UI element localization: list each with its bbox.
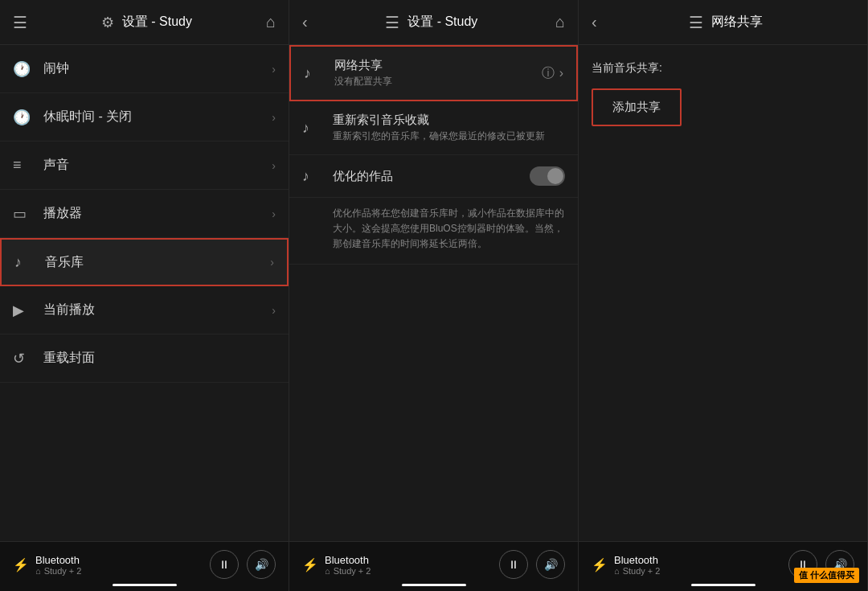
library-arrow: › [270,256,274,269]
panel3-device-name: Bluetooth [614,554,660,566]
current-arrow: › [272,304,276,317]
panel2-controls: ⏸ 🔊 [499,550,565,579]
panel1-device-sub: ⌂ Study + 2 [35,566,81,576]
optimize-toggle[interactable] [530,166,565,186]
menu-item-alarm[interactable]: 🕐 闹钟 › [0,45,289,93]
sleep-icon: 🕐 [13,109,35,126]
panel2-header-center: ☰ 设置 - Study [308,13,555,32]
sleep-label: 休眠时间 - 关闭 [43,109,272,125]
panel1-bottom-bar: ⚡ Bluetooth ⌂ Study + 2 ⏸ 🔊 [0,541,289,591]
panel3-device-info: ⚡ Bluetooth ⌂ Study + 2 [592,554,660,576]
alarm-arrow: › [272,63,276,76]
bluetooth-icon-p3: ⚡ [592,557,608,573]
menu-item-player[interactable]: ▭ 播放器 › [0,190,289,238]
network-share-right: ⓘ › [542,65,563,82]
optimize-title: 优化的作品 [333,169,530,184]
network-share-item[interactable]: ♪ 网络共享 没有配置共享 ⓘ › [289,45,578,101]
play-pause-button-p2[interactable]: ⏸ [499,550,528,579]
house-icon-p3: ⌂ [614,566,620,576]
reindex-content: 重新索引音乐收藏 重新索引您的音乐库，确保您最近的修改已被更新 [333,113,565,143]
panel2-sub-text: Study + 2 [334,566,371,576]
sleep-arrow: › [272,111,276,124]
share-label: 当前音乐共享: [592,61,854,76]
alarm-label: 闹钟 [43,60,272,77]
panel3-device-sub: ⌂ Study + 2 [614,566,660,576]
network-share-subtitle: 没有配置共享 [334,75,542,88]
alarm-icon: 🕐 [13,60,35,78]
volume-button-p2[interactable]: 🔊 [536,550,565,579]
player-label: 播放器 [43,205,272,222]
panel1-device-row: ⚡ Bluetooth ⌂ Study + 2 ⏸ 🔊 [13,550,276,579]
panel1-device-info: ⚡ Bluetooth ⌂ Study + 2 [13,554,81,576]
sound-label: 声音 [43,157,272,174]
menu-item-reload[interactable]: ↺ 重载封面 [0,334,289,383]
panel3-home-indicator [691,584,755,586]
panel1-controls: ⏸ 🔊 [210,550,276,579]
home-icon-p2[interactable]: ⌂ [555,13,565,31]
menu-item-current[interactable]: ▶ 当前播放 › [0,286,289,334]
reindex-title: 重新索引音乐收藏 [333,113,565,128]
menu-icon-p2[interactable]: ☰ [385,13,399,32]
panel2-title: 设置 - Study [407,14,477,31]
panel3-header-center: ☰ 网络共享 [597,13,854,32]
toggle-knob [547,168,563,184]
sound-arrow: › [272,159,276,172]
share-content: 当前音乐共享: 添加共享 [579,45,867,541]
house-icon: ⌂ [35,566,41,576]
optimize-icon: ♪ [302,168,325,185]
back-icon-p2[interactable]: ‹ [302,13,308,31]
panel1-device-name: Bluetooth [35,554,81,566]
panel2-header: ‹ ☰ 设置 - Study ⌂ [289,0,578,45]
menu-item-sleep[interactable]: 🕐 休眠时间 - 关闭 › [0,93,289,142]
panel2-home-indicator [402,584,466,586]
network-share-title: 网络共享 [334,58,542,73]
player-icon: ▭ [13,205,35,223]
optimize-description: 优化作品将在您创建音乐库时，减小作品在数据库中的大小。这会提高您使用BluOS控… [289,198,578,265]
panel-network-share: ‹ ☰ 网络共享 当前音乐共享: 添加共享 ⚡ Bluetooth ⌂ Stud… [579,0,868,591]
menu-item-library[interactable]: ♪ 音乐库 › [0,238,289,286]
play-pause-button[interactable]: ⏸ [210,550,239,579]
library-settings-list: ♪ 网络共享 没有配置共享 ⓘ › ♪ 重新索引音乐收藏 重新索引您的音乐库，确… [289,45,578,541]
network-share-content: 网络共享 没有配置共享 [334,58,542,88]
back-icon-p3[interactable]: ‹ [592,13,597,31]
panel3-bottom-bar: ⚡ Bluetooth ⌂ Study + 2 ⏸ 🔊 [579,541,867,591]
library-icon: ♪ [14,254,37,271]
panel1-header: ☰ ⚙ 设置 - Study ⌂ [0,0,289,45]
library-label: 音乐库 [45,254,270,271]
watermark: 值 什么值得买 [794,568,859,583]
panel-library-settings: ‹ ☰ 设置 - Study ⌂ ♪ 网络共享 没有配置共享 ⓘ › ♪ 重新索… [289,0,579,591]
menu-icon-p3[interactable]: ☰ [689,13,703,32]
current-icon: ▶ [13,302,35,319]
panel1-device-detail: Bluetooth ⌂ Study + 2 [35,554,81,576]
panel2-device-name: Bluetooth [325,554,371,566]
network-share-arrow: › [559,66,563,80]
panel3-header: ‹ ☰ 网络共享 [579,0,867,45]
player-arrow: › [272,207,276,220]
panel-settings-menu: ☰ ⚙ 设置 - Study ⌂ 🕐 闹钟 › 🕐 休眠时间 - 关闭 › ≡ … [0,0,289,591]
panel1-title: 设置 - Study [122,14,192,31]
home-icon[interactable]: ⌂ [266,13,276,31]
bluetooth-icon-p2: ⚡ [302,557,318,573]
reindex-icon: ♪ [302,120,325,137]
gear-icon: ⚙ [101,14,114,31]
reindex-subtitle: 重新索引您的音乐库，确保您最近的修改已被更新 [333,129,565,143]
panel3-title: 网络共享 [711,14,763,31]
menu-item-sound[interactable]: ≡ 声音 › [0,142,289,190]
add-share-button[interactable]: 添加共享 [592,88,682,126]
panel3-sub-text: Study + 2 [623,566,661,576]
volume-button[interactable]: 🔊 [247,550,276,579]
optimize-content: 优化的作品 [333,169,530,184]
reindex-item[interactable]: ♪ 重新索引音乐收藏 重新索引您的音乐库，确保您最近的修改已被更新 [289,101,578,155]
panel2-device-detail: Bluetooth ⌂ Study + 2 [325,554,371,576]
reload-label: 重载封面 [43,350,276,367]
settings-menu-list: 🕐 闹钟 › 🕐 休眠时间 - 关闭 › ≡ 声音 › ▭ 播放器 › ♪ 音乐… [0,45,289,541]
menu-icon[interactable]: ☰ [13,13,27,32]
panel2-device-info: ⚡ Bluetooth ⌂ Study + 2 [302,554,371,576]
sound-icon: ≡ [13,157,35,174]
reload-icon: ↺ [13,350,35,367]
panel2-device-sub: ⌂ Study + 2 [325,566,371,576]
panel3-device-detail: Bluetooth ⌂ Study + 2 [614,554,660,576]
optimize-item[interactable]: ♪ 优化的作品 [289,155,578,198]
info-icon[interactable]: ⓘ [542,65,555,82]
panel2-bottom-bar: ⚡ Bluetooth ⌂ Study + 2 ⏸ 🔊 [289,541,578,591]
